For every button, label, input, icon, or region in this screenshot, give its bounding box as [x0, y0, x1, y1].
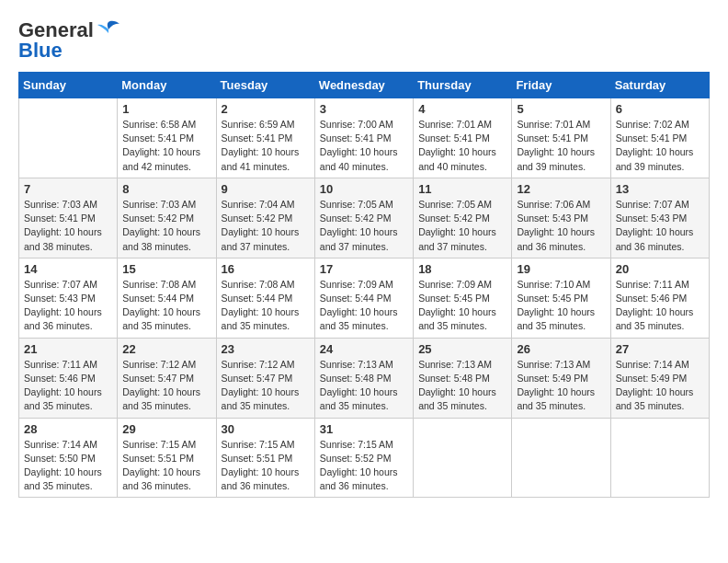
cell-day-info: Sunrise: 7:08 AMSunset: 5:44 PMDaylight:…	[122, 278, 210, 334]
calendar-cell: 14Sunrise: 7:07 AMSunset: 5:43 PMDayligh…	[19, 258, 118, 338]
cell-day-number: 19	[517, 262, 605, 276]
cell-day-info: Sunrise: 7:07 AMSunset: 5:43 PMDaylight:…	[616, 198, 704, 254]
cell-day-number: 14	[24, 262, 112, 276]
weekday-header: Friday	[512, 73, 610, 98]
cell-day-info: Sunrise: 7:15 AMSunset: 5:51 PMDaylight:…	[122, 438, 210, 494]
cell-day-number: 16	[222, 262, 310, 276]
calendar-cell: 29Sunrise: 7:15 AMSunset: 5:51 PMDayligh…	[118, 418, 216, 498]
calendar-cell: 1Sunrise: 6:58 AMSunset: 5:41 PMDaylight…	[118, 98, 216, 178]
logo: General Blue	[18, 18, 121, 63]
cell-day-number: 31	[320, 422, 408, 436]
cell-day-number: 2	[222, 102, 310, 116]
cell-day-number: 11	[418, 182, 506, 196]
cell-day-number: 12	[517, 182, 605, 196]
cell-day-info: Sunrise: 7:14 AMSunset: 5:49 PMDaylight:…	[616, 358, 704, 414]
weekday-header: Sunday	[19, 73, 118, 98]
cell-day-number: 21	[24, 342, 112, 356]
calendar-header-row: SundayMondayTuesdayWednesdayThursdayFrid…	[19, 73, 710, 98]
cell-day-number: 4	[418, 102, 506, 116]
calendar-cell: 8Sunrise: 7:03 AMSunset: 5:42 PMDaylight…	[118, 178, 216, 258]
calendar-week-row: 21Sunrise: 7:11 AMSunset: 5:46 PMDayligh…	[19, 338, 710, 418]
cell-day-number: 8	[122, 182, 210, 196]
calendar-cell	[19, 98, 118, 178]
calendar-cell: 4Sunrise: 7:01 AMSunset: 5:41 PMDaylight…	[414, 98, 512, 178]
calendar-cell: 10Sunrise: 7:05 AMSunset: 5:42 PMDayligh…	[314, 178, 413, 258]
cell-day-info: Sunrise: 7:14 AMSunset: 5:50 PMDaylight:…	[24, 438, 112, 494]
cell-day-number: 3	[320, 102, 408, 116]
cell-day-number: 22	[122, 342, 210, 356]
calendar-cell	[610, 418, 709, 498]
calendar-week-row: 7Sunrise: 7:03 AMSunset: 5:41 PMDaylight…	[19, 178, 710, 258]
cell-day-info: Sunrise: 7:05 AMSunset: 5:42 PMDaylight:…	[418, 198, 506, 254]
cell-day-info: Sunrise: 6:58 AMSunset: 5:41 PMDaylight:…	[122, 118, 210, 174]
calendar-cell: 24Sunrise: 7:13 AMSunset: 5:48 PMDayligh…	[314, 338, 413, 418]
cell-day-info: Sunrise: 7:08 AMSunset: 5:44 PMDaylight:…	[222, 278, 310, 334]
calendar-cell: 12Sunrise: 7:06 AMSunset: 5:43 PMDayligh…	[512, 178, 610, 258]
calendar-cell: 22Sunrise: 7:12 AMSunset: 5:47 PMDayligh…	[118, 338, 216, 418]
cell-day-info: Sunrise: 7:10 AMSunset: 5:45 PMDaylight:…	[517, 278, 605, 334]
cell-day-info: Sunrise: 7:13 AMSunset: 5:48 PMDaylight:…	[320, 358, 408, 414]
cell-day-number: 10	[320, 182, 408, 196]
weekday-header: Saturday	[610, 73, 709, 98]
cell-day-number: 6	[616, 102, 704, 116]
calendar-cell: 3Sunrise: 7:00 AMSunset: 5:41 PMDaylight…	[314, 98, 413, 178]
calendar-cell: 13Sunrise: 7:07 AMSunset: 5:43 PMDayligh…	[610, 178, 709, 258]
calendar-cell: 26Sunrise: 7:13 AMSunset: 5:49 PMDayligh…	[512, 338, 610, 418]
calendar-cell: 17Sunrise: 7:09 AMSunset: 5:44 PMDayligh…	[314, 258, 413, 338]
calendar-cell: 30Sunrise: 7:15 AMSunset: 5:51 PMDayligh…	[216, 418, 314, 498]
weekday-header: Tuesday	[216, 73, 314, 98]
cell-day-info: Sunrise: 6:59 AMSunset: 5:41 PMDaylight:…	[222, 118, 310, 174]
cell-day-info: Sunrise: 7:06 AMSunset: 5:43 PMDaylight:…	[517, 198, 605, 254]
cell-day-info: Sunrise: 7:11 AMSunset: 5:46 PMDaylight:…	[616, 278, 704, 334]
calendar-cell: 28Sunrise: 7:14 AMSunset: 5:50 PMDayligh…	[19, 418, 118, 498]
calendar-cell: 21Sunrise: 7:11 AMSunset: 5:46 PMDayligh…	[19, 338, 118, 418]
cell-day-info: Sunrise: 7:09 AMSunset: 5:45 PMDaylight:…	[418, 278, 506, 334]
cell-day-number: 17	[320, 262, 408, 276]
cell-day-number: 28	[24, 422, 112, 436]
cell-day-info: Sunrise: 7:13 AMSunset: 5:49 PMDaylight:…	[517, 358, 605, 414]
cell-day-info: Sunrise: 7:04 AMSunset: 5:42 PMDaylight:…	[222, 198, 310, 254]
cell-day-number: 7	[24, 182, 112, 196]
cell-day-number: 29	[122, 422, 210, 436]
calendar-cell: 15Sunrise: 7:08 AMSunset: 5:44 PMDayligh…	[118, 258, 216, 338]
calendar-cell: 20Sunrise: 7:11 AMSunset: 5:46 PMDayligh…	[610, 258, 709, 338]
calendar-week-row: 28Sunrise: 7:14 AMSunset: 5:50 PMDayligh…	[19, 418, 710, 498]
calendar-cell: 16Sunrise: 7:08 AMSunset: 5:44 PMDayligh…	[216, 258, 314, 338]
calendar-cell: 7Sunrise: 7:03 AMSunset: 5:41 PMDaylight…	[19, 178, 118, 258]
cell-day-info: Sunrise: 7:12 AMSunset: 5:47 PMDaylight:…	[122, 358, 210, 414]
calendar-table: SundayMondayTuesdayWednesdayThursdayFrid…	[18, 72, 710, 498]
header: General Blue	[18, 18, 710, 63]
cell-day-info: Sunrise: 7:00 AMSunset: 5:41 PMDaylight:…	[320, 118, 408, 174]
cell-day-info: Sunrise: 7:01 AMSunset: 5:41 PMDaylight:…	[418, 118, 506, 174]
logo-bird-icon	[96, 20, 121, 40]
calendar-cell: 11Sunrise: 7:05 AMSunset: 5:42 PMDayligh…	[414, 178, 512, 258]
calendar-cell: 2Sunrise: 6:59 AMSunset: 5:41 PMDaylight…	[216, 98, 314, 178]
cell-day-info: Sunrise: 7:15 AMSunset: 5:51 PMDaylight:…	[222, 438, 310, 494]
cell-day-number: 25	[418, 342, 506, 356]
logo-blue: Blue	[18, 39, 63, 63]
cell-day-info: Sunrise: 7:15 AMSunset: 5:52 PMDaylight:…	[320, 438, 408, 494]
cell-day-number: 30	[222, 422, 310, 436]
cell-day-info: Sunrise: 7:01 AMSunset: 5:41 PMDaylight:…	[517, 118, 605, 174]
weekday-header: Wednesday	[314, 73, 413, 98]
calendar-cell: 5Sunrise: 7:01 AMSunset: 5:41 PMDaylight…	[512, 98, 610, 178]
calendar-cell	[414, 418, 512, 498]
cell-day-info: Sunrise: 7:13 AMSunset: 5:48 PMDaylight:…	[418, 358, 506, 414]
calendar-week-row: 14Sunrise: 7:07 AMSunset: 5:43 PMDayligh…	[19, 258, 710, 338]
cell-day-info: Sunrise: 7:07 AMSunset: 5:43 PMDaylight:…	[24, 278, 112, 334]
calendar-cell: 27Sunrise: 7:14 AMSunset: 5:49 PMDayligh…	[610, 338, 709, 418]
weekday-header: Thursday	[414, 73, 512, 98]
calendar-cell: 18Sunrise: 7:09 AMSunset: 5:45 PMDayligh…	[414, 258, 512, 338]
cell-day-info: Sunrise: 7:03 AMSunset: 5:42 PMDaylight:…	[122, 198, 210, 254]
cell-day-number: 23	[222, 342, 310, 356]
cell-day-info: Sunrise: 7:02 AMSunset: 5:41 PMDaylight:…	[616, 118, 704, 174]
cell-day-number: 9	[222, 182, 310, 196]
cell-day-number: 18	[418, 262, 506, 276]
cell-day-info: Sunrise: 7:03 AMSunset: 5:41 PMDaylight:…	[24, 198, 112, 254]
calendar-cell: 23Sunrise: 7:12 AMSunset: 5:47 PMDayligh…	[216, 338, 314, 418]
cell-day-info: Sunrise: 7:12 AMSunset: 5:47 PMDaylight:…	[222, 358, 310, 414]
cell-day-info: Sunrise: 7:05 AMSunset: 5:42 PMDaylight:…	[320, 198, 408, 254]
calendar-cell: 25Sunrise: 7:13 AMSunset: 5:48 PMDayligh…	[414, 338, 512, 418]
calendar-week-row: 1Sunrise: 6:58 AMSunset: 5:41 PMDaylight…	[19, 98, 710, 178]
cell-day-info: Sunrise: 7:09 AMSunset: 5:44 PMDaylight:…	[320, 278, 408, 334]
